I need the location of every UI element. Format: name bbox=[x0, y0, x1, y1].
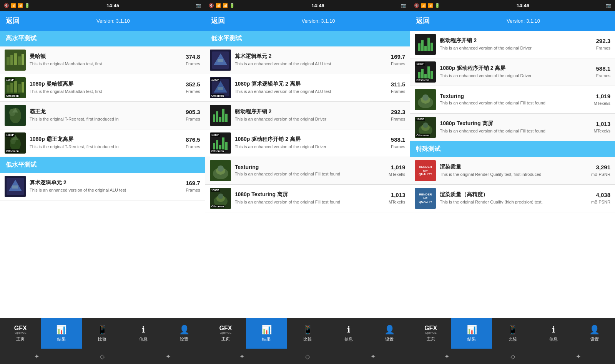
nav-item-compare-3[interactable]: 📱 比较 bbox=[492, 318, 533, 349]
back-button-3[interactable]: 返回 bbox=[416, 16, 430, 25]
driver-bar bbox=[219, 117, 221, 122]
item-thumb-driver-3 bbox=[415, 34, 436, 55]
driver-bar bbox=[430, 43, 433, 51]
svg-rect-23 bbox=[12, 185, 18, 189]
nav-item-results-3[interactable]: 📊 结果 bbox=[451, 318, 492, 349]
item-thumb-trex-1080: 1080P Offscreen bbox=[5, 132, 26, 154]
offscreen-badge: Offscreen bbox=[211, 94, 225, 98]
item-score: 588.1 Frames bbox=[391, 136, 406, 150]
badge-1080p: 1080P bbox=[5, 133, 15, 137]
score-unit: Frames bbox=[391, 117, 405, 121]
list-item[interactable]: 1080P Offscreen 1080p 驱动程序开销 2 离屏 This i… bbox=[410, 58, 615, 86]
item-title: 渲染质量（高精度） bbox=[440, 191, 588, 198]
back-button-1[interactable]: 返回 bbox=[6, 16, 20, 25]
nav-item-settings-3[interactable]: 👤 设置 bbox=[574, 318, 615, 349]
scroll-content-1[interactable]: 高水平测试 曼哈顿 This is the original Manhatt bbox=[0, 31, 205, 318]
item-desc: This is the original Render Quality (hig… bbox=[440, 199, 588, 205]
item-score: 169.7 Frames bbox=[391, 53, 406, 67]
item-info: 1080p Texturing 离屏 This is an enhanced v… bbox=[235, 191, 386, 205]
nav-label-info-3: 信息 bbox=[549, 336, 558, 342]
svg-rect-5 bbox=[22, 54, 24, 65]
nav-item-compare-2[interactable]: 📱 比较 bbox=[287, 318, 328, 349]
item-score: 374.8 Frames bbox=[186, 53, 200, 67]
item-info: 渲染质量 This is the original Render Quality… bbox=[440, 164, 588, 177]
nav-item-home-2[interactable]: GFX OpenGL 主页 bbox=[205, 318, 246, 349]
item-desc: This is the original T-Rex test, first i… bbox=[30, 116, 183, 122]
nav-item-home-3[interactable]: GFX OpenGL 主页 bbox=[410, 318, 451, 349]
svg-rect-10 bbox=[18, 84, 21, 93]
list-item[interactable]: RENDERMPQUALITY 渲染质量 This is the origina… bbox=[410, 157, 615, 185]
screen-3: 返回 Version: 3.1.10 驱动程序开销 2 This is bbox=[410, 11, 615, 318]
nav-item-info-2[interactable]: ℹ 信息 bbox=[328, 318, 369, 349]
bottom-icon-3: ✦ bbox=[166, 353, 171, 360]
item-score: 4,038 mB PSNR bbox=[591, 192, 610, 205]
camera-icon-2: 📷 bbox=[401, 3, 406, 8]
item-thumb-alu bbox=[5, 176, 26, 197]
score-unit: MTexel/s bbox=[594, 101, 610, 106]
bottom-bar-section-2: ✦ ◇ ✦ bbox=[205, 349, 411, 364]
list-item[interactable]: 1080P Offscreen 1080p 曼哈顿离屏 This is the … bbox=[0, 74, 205, 102]
list-item[interactable]: 驱动程序开销 2 This is an enhanced version of … bbox=[410, 31, 615, 58]
bottom-icon-6: ✦ bbox=[371, 353, 376, 360]
item-info: 1080p 驱动程序开销 2 离屏 This is an enhanced ve… bbox=[235, 136, 388, 150]
volume-icon: 🔇 bbox=[4, 3, 9, 8]
item-desc: This is an enhanced version of the origi… bbox=[235, 171, 386, 177]
scroll-content-2[interactable]: 低水平测试 算术逻辑单元 2 This is an enhanced versi… bbox=[205, 31, 410, 318]
nav-label-home-2: 主页 bbox=[221, 336, 230, 342]
list-item[interactable]: 1080P Offscreen 1080p Texturing 离屏 This … bbox=[410, 114, 615, 141]
nav-label-compare-3: 比较 bbox=[509, 336, 517, 342]
list-item[interactable]: 曼哈顿 This is the original Manhattan test,… bbox=[0, 46, 205, 74]
nav-item-results-1[interactable]: 📊 结果 bbox=[41, 318, 82, 349]
driver-bar bbox=[427, 38, 430, 51]
list-item[interactable]: 霸王龙 This is the original T-Rex test, fir… bbox=[0, 102, 205, 129]
settings-icon-2: 👤 bbox=[384, 325, 395, 335]
offscreen-badge: Offscreen bbox=[5, 94, 20, 98]
bottom-icon-5: ◇ bbox=[305, 353, 310, 360]
nav-item-home-1[interactable]: GFX OpenGL 主页 bbox=[0, 318, 41, 349]
item-title: 1080p 霸王龙离屏 bbox=[30, 136, 183, 143]
list-item[interactable]: 1080P Offscreen 1080p Texturing 离屏 This … bbox=[205, 185, 410, 212]
item-desc: This is an enhanced version of the origi… bbox=[440, 100, 590, 106]
item-desc: This is an enhanced version of the origi… bbox=[235, 144, 388, 150]
score-value: 1,019 bbox=[389, 164, 405, 170]
nav-item-settings-1[interactable]: 👤 设置 bbox=[164, 318, 205, 349]
nav-item-compare-1[interactable]: 📱 比较 bbox=[82, 318, 123, 349]
back-button-2[interactable]: 返回 bbox=[211, 16, 225, 25]
nav-item-info-1[interactable]: ℹ 信息 bbox=[123, 318, 164, 349]
item-score: 1,013 MTexel/s bbox=[389, 192, 405, 205]
score-value: 292.3 bbox=[391, 109, 406, 115]
list-item[interactable]: 1080P Offscreen 1080p 算术逻辑单元 2 离屏 This i… bbox=[205, 74, 410, 102]
list-item[interactable]: RENDERHPQUALITY 渲染质量（高精度） This is the or… bbox=[410, 185, 615, 212]
item-title: 驱动程序开销 2 bbox=[440, 37, 593, 44]
item-thumb-texturing-3 bbox=[415, 89, 436, 110]
item-desc: This is the original Manhattan test, fir… bbox=[30, 61, 183, 67]
nav-item-info-3[interactable]: ℹ 信息 bbox=[533, 318, 574, 349]
driver-bar bbox=[430, 71, 433, 79]
svg-point-35 bbox=[218, 165, 224, 172]
driver-bar bbox=[225, 114, 228, 122]
item-title: 霸王龙 bbox=[30, 108, 183, 115]
battery-icon-2: 🔋 bbox=[229, 3, 235, 8]
badge-1080p: 1080P bbox=[211, 78, 220, 81]
scroll-content-3[interactable]: 驱动程序开销 2 This is an enhanced version of … bbox=[410, 31, 615, 318]
nav-label-settings-1: 设置 bbox=[180, 336, 188, 342]
list-item[interactable]: 算术逻辑单元 2 This is an enhanced version of … bbox=[0, 173, 205, 200]
score-value: 169.7 bbox=[391, 53, 406, 60]
item-desc: This is an enhanced version of the origi… bbox=[440, 45, 593, 51]
item-desc: This is an enhanced version of the origi… bbox=[30, 187, 183, 193]
nav-item-settings-2[interactable]: 👤 设置 bbox=[369, 318, 410, 349]
list-item[interactable]: 算术逻辑单元 2 This is an enhanced version of … bbox=[205, 46, 410, 74]
list-item[interactable]: 驱动程序开销 2 This is an enhanced version of … bbox=[205, 102, 410, 129]
score-value: 4,038 bbox=[591, 192, 610, 198]
nav-label-settings-2: 设置 bbox=[385, 336, 394, 342]
bottom-bar-section-3: ✦ ◇ ✦ bbox=[410, 349, 615, 364]
nav-item-results-2[interactable]: 📊 结果 bbox=[246, 318, 287, 349]
item-title: 算术逻辑单元 2 bbox=[235, 53, 388, 60]
list-item[interactable]: 1080P Offscreen 1080p 霸王龙离屏 This is the … bbox=[0, 129, 205, 157]
list-item[interactable]: Texturing This is an enhanced version of… bbox=[410, 86, 615, 114]
item-info: 驱动程序开销 2 This is an enhanced version of … bbox=[235, 108, 388, 122]
badge-1080p: 1080P bbox=[211, 189, 220, 192]
list-item[interactable]: Texturing This is an enhanced version of… bbox=[205, 157, 410, 185]
list-item[interactable]: 1080P Offscreen 1080p 驱动程序开销 2 离屏 This i… bbox=[205, 129, 410, 157]
item-score: 3,291 mB PSNR bbox=[591, 164, 610, 177]
